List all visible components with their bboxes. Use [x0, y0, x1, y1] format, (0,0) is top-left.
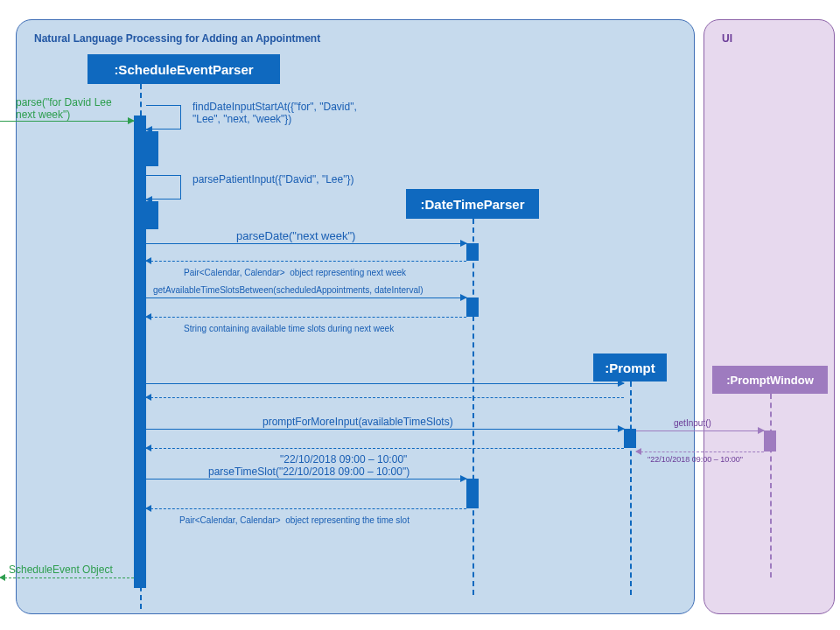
lifeline-dtparser	[472, 219, 474, 595]
lbl-r4: String containing available time slots d…	[184, 324, 394, 333]
lbl-m7: getInput()	[674, 418, 711, 428]
lbl-r3: Pair<Calendar, Calendar> object represen…	[184, 268, 406, 277]
activation-self2	[146, 201, 158, 229]
lbl-exit: ScheduleEvent Object	[9, 564, 113, 576]
activation-self1	[146, 131, 158, 166]
lbl-r8: Pair<Calendar, Calendar> object represen…	[179, 515, 410, 525]
lbl-m4: getAvailableTimeSlotsBetween(scheduledAp…	[153, 285, 424, 295]
object-date-time-parser: :DateTimeParser	[406, 189, 539, 219]
frame-ui: UI	[704, 19, 835, 614]
lbl-r6: "22/10/2018 09:00 – 10:00"	[280, 453, 407, 466]
lbl-m8: parseTimeSlot("22/10/2018 09:00 – 10:00"…	[208, 466, 410, 478]
object-schedule-event-parser: :ScheduleEventParser	[88, 54, 280, 84]
frame-nlp-title: Natural Language Processing for Adding a…	[34, 32, 320, 45]
activation-dt3	[466, 479, 479, 508]
activation-dt1	[466, 243, 479, 261]
lbl-entry: parse("for David Lee next week")	[16, 96, 115, 121]
lifeline-prompt	[630, 382, 632, 595]
selfcall-parse-patient	[146, 175, 181, 200]
selfcall-find-date	[146, 105, 181, 130]
object-prompt-window: :PromptWindow	[712, 366, 828, 394]
object-prompt: :Prompt	[593, 354, 667, 382]
activation-parser-main	[134, 116, 146, 588]
lbl-m6: promptForMoreInput(availableTimeSlots)	[262, 416, 453, 428]
lbl-r7: "22/10/2018 09:00 – 10:00"	[648, 455, 743, 464]
activation-dt2	[466, 298, 479, 317]
activation-pwindow	[764, 430, 776, 452]
lbl-m3: parseDate("next week")	[236, 229, 355, 242]
activation-prompt	[624, 429, 636, 448]
lifeline-pwindow	[770, 394, 772, 578]
frame-ui-title: UI	[722, 32, 732, 45]
lbl-m2: parsePatientInput({"David", "Lee"})	[192, 173, 354, 186]
lbl-m1: findDateInputStartAt({"for", "David", "L…	[192, 101, 357, 125]
